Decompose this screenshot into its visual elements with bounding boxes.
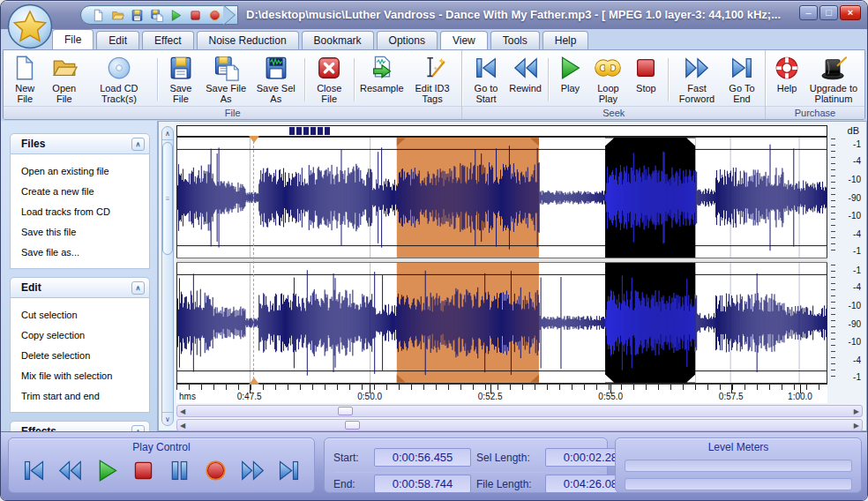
waveform-channel-right[interactable] bbox=[176, 263, 827, 384]
record-icon[interactable] bbox=[208, 9, 221, 22]
collapse-icon[interactable]: ∧ bbox=[131, 138, 145, 151]
upgrade-button[interactable]: Upgrade to Platinum bbox=[806, 54, 861, 106]
fast-forward-button[interactable]: Fast Forword bbox=[673, 54, 721, 106]
overview-view-window-block[interactable] bbox=[311, 127, 316, 135]
panel-header-effects[interactable]: Effects ∧ bbox=[10, 421, 150, 431]
close-file-icon bbox=[316, 55, 342, 81]
stop-icon bbox=[129, 458, 158, 483]
db-tick-label: -10 bbox=[849, 337, 861, 347]
tab-help[interactable]: Help bbox=[542, 31, 589, 49]
sidebar-item-create-new[interactable]: Create a new file bbox=[21, 182, 149, 202]
new-file-button[interactable]: New File bbox=[7, 54, 43, 106]
time-label: 0:52.5 bbox=[478, 392, 503, 401]
sidebar-item-mix[interactable]: Mix file with selection bbox=[21, 366, 149, 386]
sidebar-item-cut[interactable]: Cut selection bbox=[21, 305, 149, 325]
collapse-icon[interactable]: ∧ bbox=[131, 281, 145, 295]
overview-view-window-block[interactable] bbox=[318, 127, 323, 135]
new-file-icon bbox=[11, 55, 38, 81]
tab-effect[interactable]: Effect bbox=[142, 31, 193, 49]
close-button[interactable]: × bbox=[840, 5, 861, 20]
save-icon[interactable] bbox=[131, 9, 144, 22]
scroll-left-icon[interactable]: ◀ bbox=[180, 407, 185, 416]
sidebar-item-copy[interactable]: Copy selection bbox=[21, 325, 149, 346]
tab-file[interactable]: File bbox=[52, 29, 94, 49]
go-to-start-button[interactable]: Go to Start bbox=[466, 54, 505, 106]
save-sel-as-button[interactable]: Save Sel As bbox=[252, 54, 300, 106]
close-file-button[interactable]: Close File bbox=[310, 54, 349, 106]
save-file-button[interactable]: Save File bbox=[161, 54, 199, 106]
panel-header-files[interactable]: Files ∧ bbox=[10, 133, 150, 154]
horizontal-scroll-thumb[interactable] bbox=[345, 421, 360, 430]
open-file-button[interactable]: Open File bbox=[45, 54, 85, 106]
playhead-marker[interactable] bbox=[253, 137, 254, 384]
ribbon-group-label-purchase: Purchase bbox=[766, 106, 864, 119]
go-to-end-button[interactable]: Go To End bbox=[722, 54, 761, 106]
sidebar-item-trim[interactable]: Trim start and end bbox=[21, 386, 149, 407]
tab-noise-reduction[interactable]: Noise Reduction bbox=[197, 31, 299, 49]
edit-id3-tags-button[interactable]: Edit ID3 Tags bbox=[407, 54, 459, 106]
sidebar-item-save-as[interactable]: Save file as... bbox=[21, 243, 149, 263]
time-ruler[interactable]: hms 0:47.50:50.00:52.50:55.00:57.51:00.0 bbox=[176, 384, 827, 403]
waveform-channel-left[interactable] bbox=[176, 137, 827, 258]
transport-stop-button[interactable] bbox=[129, 458, 158, 483]
new-file-icon[interactable] bbox=[92, 9, 105, 22]
overview-view-window-block[interactable] bbox=[303, 127, 309, 135]
vertical-scroll-thumb[interactable]: ≡ bbox=[162, 142, 173, 255]
play-button[interactable]: Play bbox=[552, 54, 587, 94]
stop-button[interactable]: Stop bbox=[628, 54, 663, 94]
overview-bar[interactable] bbox=[176, 125, 827, 137]
title-bar: ▾ D:\desktop\music\Luther Vandross - Dan… bbox=[1, 1, 867, 29]
ribbon-group-purchase: Help Upgrade to Platinum Purchase bbox=[766, 50, 864, 119]
time-label: 0:55.0 bbox=[598, 392, 623, 401]
transport-play-button[interactable] bbox=[93, 458, 122, 483]
save-as-icon[interactable] bbox=[150, 9, 163, 22]
tab-edit[interactable]: Edit bbox=[96, 31, 139, 49]
sidebar-item-save-file[interactable]: Save this file bbox=[21, 222, 149, 243]
sidebar-item-open-existing[interactable]: Open an existing file bbox=[21, 161, 149, 182]
transport-record-button[interactable] bbox=[201, 458, 230, 483]
horizontal-scrollbar-2[interactable]: ◀ ▶ bbox=[176, 419, 863, 431]
tab-tools[interactable]: Tools bbox=[490, 31, 540, 49]
transport-go-to-end-button[interactable] bbox=[274, 458, 303, 483]
scroll-down-icon[interactable]: ∨ bbox=[162, 412, 173, 425]
sidebar-item-delete[interactable]: Delete selection bbox=[21, 346, 149, 366]
horizontal-scrollbar-1[interactable]: ◀ ▶ bbox=[176, 405, 863, 417]
db-scale-left-channel: -1-4-10-90-10-4-1 bbox=[838, 137, 864, 258]
overview-view-window-block[interactable] bbox=[325, 127, 330, 135]
load-cd-button[interactable]: Load CD Track(s) bbox=[86, 54, 153, 106]
tab-options[interactable]: Options bbox=[377, 31, 438, 49]
help-button[interactable]: Help bbox=[769, 54, 804, 94]
transport-pause-button[interactable] bbox=[165, 458, 194, 483]
vertical-scrollbar[interactable]: ∧ ≡ ∨ bbox=[161, 126, 174, 426]
tab-view[interactable]: View bbox=[440, 31, 488, 49]
panel-header-edit[interactable]: Edit ∧ bbox=[10, 277, 150, 298]
rewind-button[interactable]: Rewind bbox=[508, 54, 543, 94]
save-file-as-button[interactable]: Save File As bbox=[201, 54, 250, 106]
resample-button[interactable]: Resample bbox=[359, 54, 405, 94]
maximize-button[interactable]: □ bbox=[819, 5, 838, 20]
overview-view-window-block[interactable] bbox=[289, 127, 295, 135]
minimize-button[interactable]: – bbox=[799, 5, 818, 20]
ruler-unit-label: hms bbox=[179, 392, 196, 401]
tab-bookmark[interactable]: Bookmark bbox=[302, 31, 374, 49]
open-file-icon[interactable] bbox=[111, 9, 124, 22]
level-meter-right bbox=[625, 478, 852, 490]
sidebar-item-load-cd[interactable]: Load tracks from CD bbox=[21, 202, 149, 222]
overview-view-window-block[interactable] bbox=[296, 127, 302, 135]
horizontal-scroll-thumb[interactable] bbox=[338, 407, 353, 415]
play-icon[interactable] bbox=[169, 9, 183, 22]
ribbon-group-seek: Go to Start Rewind Play Loop Play Stop F… bbox=[462, 50, 766, 119]
transport-fast-forward-button[interactable] bbox=[238, 458, 267, 483]
scroll-up-icon[interactable]: ∧ bbox=[162, 127, 173, 140]
transport-rewind-button[interactable] bbox=[56, 458, 85, 483]
loop-play-button[interactable]: Loop Play bbox=[589, 54, 626, 106]
scroll-left-icon[interactable]: ◀ bbox=[180, 421, 185, 430]
app-menu-orb[interactable] bbox=[7, 4, 53, 49]
stop-icon[interactable] bbox=[189, 9, 202, 22]
stop-icon bbox=[632, 55, 659, 81]
transport-go-to-start-button[interactable] bbox=[19, 458, 49, 483]
bottom-bar: Play Control Start: 0:00:56.455 Sel Leng… bbox=[1, 431, 867, 500]
collapse-icon[interactable]: ∧ bbox=[131, 425, 145, 432]
ribbon-group-label-file: File bbox=[4, 106, 461, 119]
db-tick-marks bbox=[831, 265, 835, 382]
